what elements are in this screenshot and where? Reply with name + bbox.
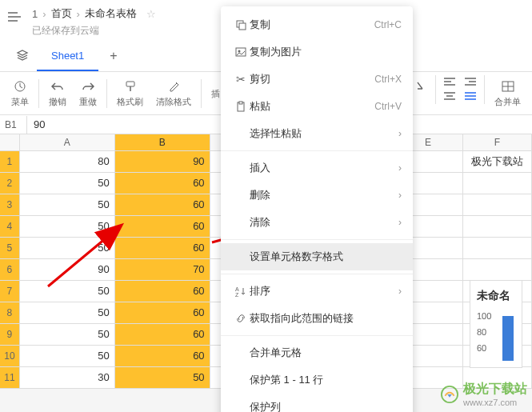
paste-icon bbox=[232, 101, 250, 112]
cell[interactable]: 60 bbox=[115, 302, 210, 323]
menu-delete[interactable]: 删除 › bbox=[221, 182, 413, 209]
chart-panel[interactable]: 未命名 100 80 60 bbox=[470, 280, 522, 368]
watermark-url: www.xz7.com bbox=[463, 398, 527, 407]
tab-sheet1[interactable]: Sheet1 bbox=[37, 42, 98, 71]
select-all-corner[interactable] bbox=[0, 134, 20, 150]
cell[interactable]: 60 bbox=[115, 238, 210, 258]
cell[interactable]: 90 bbox=[20, 259, 115, 280]
menu-sort[interactable]: AZ 排序 › bbox=[221, 278, 413, 305]
cell[interactable] bbox=[463, 216, 532, 237]
cell[interactable]: 60 bbox=[115, 281, 210, 302]
cell[interactable]: 50 bbox=[20, 194, 115, 215]
cell[interactable]: 80 bbox=[20, 151, 115, 172]
format-painter-button[interactable]: 格式刷 bbox=[110, 75, 150, 111]
cell[interactable]: 50 bbox=[20, 216, 115, 237]
row-header[interactable]: 4 bbox=[0, 216, 20, 237]
undo-icon bbox=[51, 78, 64, 94]
star-icon[interactable]: ☆ bbox=[146, 8, 156, 20]
menu-protect-col[interactable]: 保护列 bbox=[221, 394, 413, 412]
row-header[interactable]: 11 bbox=[0, 367, 20, 388]
row-header[interactable]: 6 bbox=[0, 259, 20, 280]
cell-reference[interactable]: B1 bbox=[0, 116, 27, 134]
cell[interactable] bbox=[463, 194, 532, 215]
align-center-icon[interactable] bbox=[444, 91, 455, 102]
cell[interactable]: 60 bbox=[115, 194, 210, 215]
sort-icon: AZ bbox=[232, 286, 250, 297]
svg-rect-6 bbox=[239, 23, 246, 30]
chevron-right-icon: › bbox=[398, 286, 402, 297]
add-sheet-button[interactable]: + bbox=[98, 41, 128, 71]
breadcrumb-home[interactable]: 首页 bbox=[51, 6, 72, 21]
menu-cut[interactable]: ✂ 剪切 Ctrl+X bbox=[221, 66, 413, 93]
svg-text:A: A bbox=[235, 286, 239, 292]
cell[interactable]: 50 bbox=[20, 281, 115, 302]
watermark-name: 极光下载站 bbox=[463, 381, 527, 398]
link-icon bbox=[232, 313, 250, 324]
col-header-b[interactable]: B bbox=[115, 134, 210, 150]
cell[interactable]: 50 bbox=[20, 238, 115, 258]
align-right-icon[interactable] bbox=[465, 77, 476, 88]
chevron-right-icon: › bbox=[398, 190, 402, 201]
undo-button[interactable]: 撤销 bbox=[42, 75, 73, 111]
col-header-f[interactable]: F bbox=[463, 134, 532, 150]
row-header[interactable]: 8 bbox=[0, 302, 20, 323]
cell[interactable]: 60 bbox=[115, 324, 210, 345]
clear-format-icon bbox=[167, 78, 180, 94]
col-header-a[interactable]: A bbox=[20, 134, 115, 150]
cell[interactable]: 60 bbox=[115, 346, 210, 366]
merge-cells-button[interactable]: 合并单 bbox=[488, 75, 527, 111]
chevron-right-icon: › bbox=[398, 162, 402, 174]
menu-number-format[interactable]: 设置单元格数字格式 bbox=[221, 243, 413, 270]
menu-get-link[interactable]: 获取指向此范围的链接 bbox=[221, 305, 413, 332]
cell[interactable] bbox=[463, 259, 532, 280]
copy-image-icon bbox=[232, 46, 250, 58]
row-header[interactable]: 9 bbox=[0, 324, 20, 345]
watermark-logo-icon bbox=[441, 386, 458, 403]
redo-button[interactable]: 重做 bbox=[73, 75, 103, 111]
chevron-right-icon: › bbox=[398, 217, 402, 228]
row-header[interactable]: 7 bbox=[0, 281, 20, 302]
cell[interactable]: 50 bbox=[20, 324, 115, 345]
cell[interactable] bbox=[463, 173, 532, 194]
cell[interactable]: 50 bbox=[20, 346, 115, 366]
watermark: 极光下载站 www.xz7.com bbox=[441, 381, 527, 407]
cell[interactable]: 50 bbox=[20, 302, 115, 323]
cell[interactable]: 70 bbox=[115, 259, 210, 280]
svg-text:Z: Z bbox=[235, 292, 239, 297]
row-header[interactable]: 2 bbox=[0, 173, 20, 194]
sheets-icon[interactable] bbox=[8, 42, 37, 70]
chevron-right-icon: › bbox=[398, 128, 402, 139]
menu-clear[interactable]: 清除 › bbox=[221, 209, 413, 236]
menu-paste[interactable]: 粘贴 Ctrl+V bbox=[221, 93, 413, 120]
menu-copy-as-image[interactable]: 复制为图片 bbox=[221, 38, 413, 66]
clear-format-button[interactable]: 清除格式 bbox=[150, 75, 198, 111]
page-number: 1 bbox=[32, 8, 38, 20]
row-header[interactable]: 10 bbox=[0, 346, 20, 366]
cell[interactable]: 30 bbox=[20, 367, 115, 388]
menu-paste-special[interactable]: 选择性粘贴 › bbox=[221, 120, 413, 147]
row-header[interactable]: 1 bbox=[0, 151, 20, 172]
row-header[interactable]: 5 bbox=[0, 238, 20, 258]
menu-protect-rows[interactable]: 保护第 1 - 11 行 bbox=[221, 366, 413, 394]
cell[interactable]: 50 bbox=[115, 367, 210, 388]
chart-title: 未命名 bbox=[477, 289, 515, 303]
align-left-icon[interactable] bbox=[444, 77, 455, 88]
cell[interactable]: 60 bbox=[115, 173, 210, 194]
align-justify-icon[interactable] bbox=[465, 91, 476, 102]
menu-copy[interactable]: 复制 Ctrl+C bbox=[221, 11, 413, 38]
cell[interactable]: 60 bbox=[115, 216, 210, 237]
cut-icon: ✂ bbox=[232, 73, 250, 86]
menu-insert[interactable]: 插入 › bbox=[221, 154, 413, 182]
menu-button[interactable]: 菜单 bbox=[5, 75, 35, 111]
cell[interactable] bbox=[463, 238, 532, 258]
menu-toggle-icon[interactable] bbox=[8, 11, 21, 25]
doc-title[interactable]: 未命名表格 bbox=[85, 6, 137, 21]
cell[interactable]: 50 bbox=[20, 173, 115, 194]
menu-merge[interactable]: 合并单元格 bbox=[221, 339, 413, 366]
cell[interactable]: 90 bbox=[115, 151, 210, 172]
redo-icon bbox=[82, 78, 94, 94]
cell[interactable]: 极光下载站 bbox=[463, 151, 532, 172]
row-header[interactable]: 3 bbox=[0, 194, 20, 215]
context-menu: 复制 Ctrl+C 复制为图片 ✂ 剪切 Ctrl+X 粘贴 Ctrl+V 选择… bbox=[221, 6, 413, 412]
svg-point-8 bbox=[238, 50, 241, 53]
